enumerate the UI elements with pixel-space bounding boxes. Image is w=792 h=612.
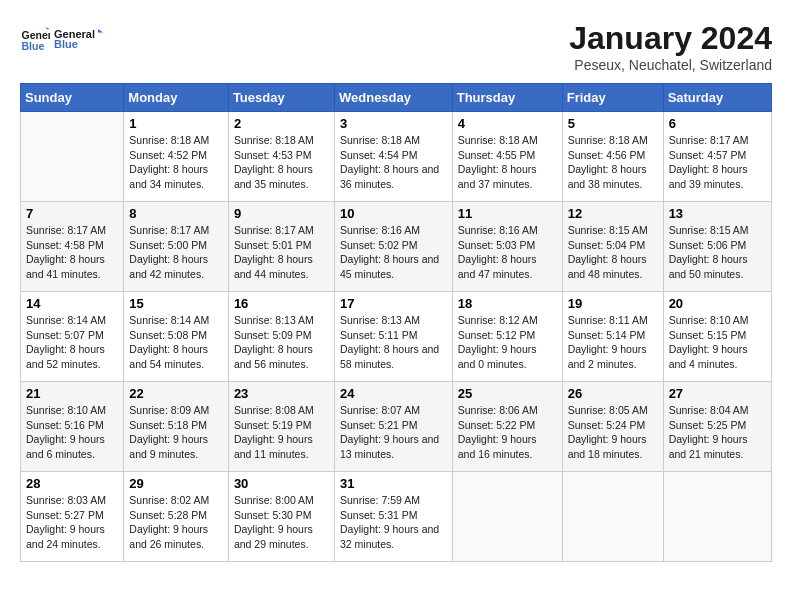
- header-day-sunday: Sunday: [21, 84, 124, 112]
- day-cell: 27Sunrise: 8:04 AMSunset: 5:25 PMDayligh…: [663, 382, 771, 472]
- page-subtitle: Peseux, Neuchatel, Switzerland: [569, 57, 772, 73]
- day-info: Sunrise: 8:14 AMSunset: 5:07 PMDaylight:…: [26, 313, 118, 372]
- day-info: Sunrise: 8:16 AMSunset: 5:02 PMDaylight:…: [340, 223, 447, 282]
- day-cell: 31Sunrise: 7:59 AMSunset: 5:31 PMDayligh…: [334, 472, 452, 562]
- week-row-3: 14Sunrise: 8:14 AMSunset: 5:07 PMDayligh…: [21, 292, 772, 382]
- day-number: 24: [340, 386, 447, 401]
- day-cell: 3Sunrise: 8:18 AMSunset: 4:54 PMDaylight…: [334, 112, 452, 202]
- logo-svg: General Blue: [54, 20, 104, 58]
- day-number: 6: [669, 116, 766, 131]
- day-cell: [452, 472, 562, 562]
- day-number: 29: [129, 476, 223, 491]
- day-cell: 24Sunrise: 8:07 AMSunset: 5:21 PMDayligh…: [334, 382, 452, 472]
- day-cell: 10Sunrise: 8:16 AMSunset: 5:02 PMDayligh…: [334, 202, 452, 292]
- day-number: 10: [340, 206, 447, 221]
- day-cell: 29Sunrise: 8:02 AMSunset: 5:28 PMDayligh…: [124, 472, 229, 562]
- day-number: 26: [568, 386, 658, 401]
- day-cell: 9Sunrise: 8:17 AMSunset: 5:01 PMDaylight…: [228, 202, 334, 292]
- day-info: Sunrise: 7:59 AMSunset: 5:31 PMDaylight:…: [340, 493, 447, 552]
- day-cell: 2Sunrise: 8:18 AMSunset: 4:53 PMDaylight…: [228, 112, 334, 202]
- week-row-4: 21Sunrise: 8:10 AMSunset: 5:16 PMDayligh…: [21, 382, 772, 472]
- day-info: Sunrise: 8:10 AMSunset: 5:15 PMDaylight:…: [669, 313, 766, 372]
- day-cell: 11Sunrise: 8:16 AMSunset: 5:03 PMDayligh…: [452, 202, 562, 292]
- week-row-2: 7Sunrise: 8:17 AMSunset: 4:58 PMDaylight…: [21, 202, 772, 292]
- day-info: Sunrise: 8:13 AMSunset: 5:09 PMDaylight:…: [234, 313, 329, 372]
- day-number: 23: [234, 386, 329, 401]
- day-cell: 25Sunrise: 8:06 AMSunset: 5:22 PMDayligh…: [452, 382, 562, 472]
- day-number: 21: [26, 386, 118, 401]
- day-cell: 19Sunrise: 8:11 AMSunset: 5:14 PMDayligh…: [562, 292, 663, 382]
- logo: General Blue General Blue: [20, 20, 104, 58]
- day-number: 2: [234, 116, 329, 131]
- day-info: Sunrise: 8:18 AMSunset: 4:56 PMDaylight:…: [568, 133, 658, 192]
- title-block: January 2024 Peseux, Neuchatel, Switzerl…: [569, 20, 772, 73]
- day-info: Sunrise: 8:04 AMSunset: 5:25 PMDaylight:…: [669, 403, 766, 462]
- header-day-thursday: Thursday: [452, 84, 562, 112]
- day-cell: 18Sunrise: 8:12 AMSunset: 5:12 PMDayligh…: [452, 292, 562, 382]
- day-info: Sunrise: 8:14 AMSunset: 5:08 PMDaylight:…: [129, 313, 223, 372]
- day-number: 13: [669, 206, 766, 221]
- day-cell: 16Sunrise: 8:13 AMSunset: 5:09 PMDayligh…: [228, 292, 334, 382]
- header-day-wednesday: Wednesday: [334, 84, 452, 112]
- day-number: 7: [26, 206, 118, 221]
- day-info: Sunrise: 8:15 AMSunset: 5:04 PMDaylight:…: [568, 223, 658, 282]
- day-number: 15: [129, 296, 223, 311]
- day-cell: 1Sunrise: 8:18 AMSunset: 4:52 PMDaylight…: [124, 112, 229, 202]
- week-row-5: 28Sunrise: 8:03 AMSunset: 5:27 PMDayligh…: [21, 472, 772, 562]
- day-info: Sunrise: 8:17 AMSunset: 5:01 PMDaylight:…: [234, 223, 329, 282]
- day-info: Sunrise: 8:18 AMSunset: 4:52 PMDaylight:…: [129, 133, 223, 192]
- day-info: Sunrise: 8:10 AMSunset: 5:16 PMDaylight:…: [26, 403, 118, 462]
- day-info: Sunrise: 8:07 AMSunset: 5:21 PMDaylight:…: [340, 403, 447, 462]
- day-number: 8: [129, 206, 223, 221]
- day-info: Sunrise: 8:17 AMSunset: 4:58 PMDaylight:…: [26, 223, 118, 282]
- day-info: Sunrise: 8:03 AMSunset: 5:27 PMDaylight:…: [26, 493, 118, 552]
- day-cell: 30Sunrise: 8:00 AMSunset: 5:30 PMDayligh…: [228, 472, 334, 562]
- header-day-monday: Monday: [124, 84, 229, 112]
- day-number: 28: [26, 476, 118, 491]
- day-cell: 15Sunrise: 8:14 AMSunset: 5:08 PMDayligh…: [124, 292, 229, 382]
- day-info: Sunrise: 8:18 AMSunset: 4:54 PMDaylight:…: [340, 133, 447, 192]
- header-day-friday: Friday: [562, 84, 663, 112]
- day-info: Sunrise: 8:00 AMSunset: 5:30 PMDaylight:…: [234, 493, 329, 552]
- calendar-header-row: SundayMondayTuesdayWednesdayThursdayFrid…: [21, 84, 772, 112]
- day-number: 25: [458, 386, 557, 401]
- logo-icon: General Blue: [20, 24, 50, 54]
- header-day-tuesday: Tuesday: [228, 84, 334, 112]
- day-cell: 28Sunrise: 8:03 AMSunset: 5:27 PMDayligh…: [21, 472, 124, 562]
- day-number: 16: [234, 296, 329, 311]
- day-cell: 7Sunrise: 8:17 AMSunset: 4:58 PMDaylight…: [21, 202, 124, 292]
- day-cell: 22Sunrise: 8:09 AMSunset: 5:18 PMDayligh…: [124, 382, 229, 472]
- day-info: Sunrise: 8:05 AMSunset: 5:24 PMDaylight:…: [568, 403, 658, 462]
- svg-text:Blue: Blue: [54, 38, 78, 50]
- day-cell: 14Sunrise: 8:14 AMSunset: 5:07 PMDayligh…: [21, 292, 124, 382]
- day-cell: 13Sunrise: 8:15 AMSunset: 5:06 PMDayligh…: [663, 202, 771, 292]
- day-cell: 12Sunrise: 8:15 AMSunset: 5:04 PMDayligh…: [562, 202, 663, 292]
- day-number: 31: [340, 476, 447, 491]
- day-number: 30: [234, 476, 329, 491]
- page-title: January 2024: [569, 20, 772, 57]
- day-number: 9: [234, 206, 329, 221]
- week-row-1: 1Sunrise: 8:18 AMSunset: 4:52 PMDaylight…: [21, 112, 772, 202]
- day-cell: [562, 472, 663, 562]
- day-info: Sunrise: 8:17 AMSunset: 4:57 PMDaylight:…: [669, 133, 766, 192]
- day-cell: 4Sunrise: 8:18 AMSunset: 4:55 PMDaylight…: [452, 112, 562, 202]
- day-info: Sunrise: 8:17 AMSunset: 5:00 PMDaylight:…: [129, 223, 223, 282]
- day-cell: 8Sunrise: 8:17 AMSunset: 5:00 PMDaylight…: [124, 202, 229, 292]
- day-number: 22: [129, 386, 223, 401]
- day-number: 3: [340, 116, 447, 131]
- page-header: General Blue General Blue January 2024 P…: [20, 20, 772, 73]
- day-number: 12: [568, 206, 658, 221]
- day-info: Sunrise: 8:18 AMSunset: 4:55 PMDaylight:…: [458, 133, 557, 192]
- day-number: 11: [458, 206, 557, 221]
- day-number: 4: [458, 116, 557, 131]
- header-day-saturday: Saturday: [663, 84, 771, 112]
- day-cell: 5Sunrise: 8:18 AMSunset: 4:56 PMDaylight…: [562, 112, 663, 202]
- day-info: Sunrise: 8:06 AMSunset: 5:22 PMDaylight:…: [458, 403, 557, 462]
- svg-marker-5: [98, 29, 103, 33]
- day-info: Sunrise: 8:08 AMSunset: 5:19 PMDaylight:…: [234, 403, 329, 462]
- day-number: 20: [669, 296, 766, 311]
- day-cell: [663, 472, 771, 562]
- day-cell: 20Sunrise: 8:10 AMSunset: 5:15 PMDayligh…: [663, 292, 771, 382]
- svg-text:Blue: Blue: [22, 40, 45, 52]
- day-info: Sunrise: 8:16 AMSunset: 5:03 PMDaylight:…: [458, 223, 557, 282]
